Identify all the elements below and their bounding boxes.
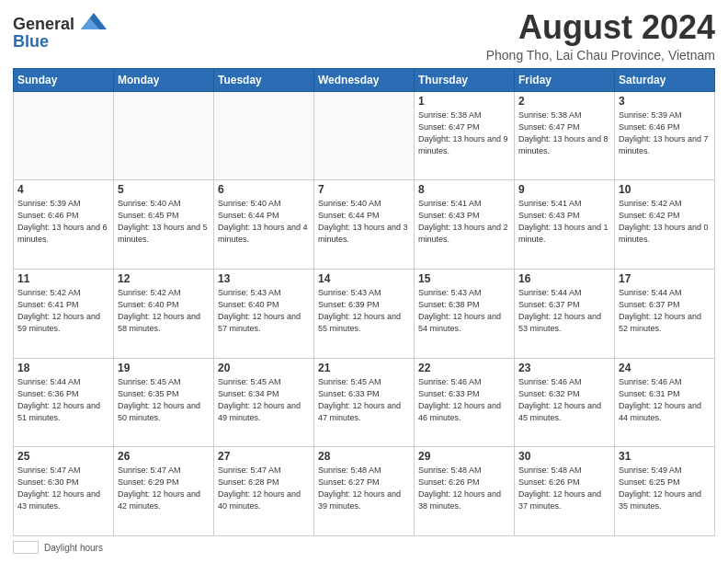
day-number: 4 xyxy=(17,183,109,196)
day-number: 20 xyxy=(218,362,310,374)
day-info: Sunrise: 5:49 AM Sunset: 6:25 PM Dayligh… xyxy=(619,465,711,512)
calendar-cell: 25Sunrise: 5:47 AM Sunset: 6:30 PM Dayli… xyxy=(14,447,114,536)
col-sunday: Sunday xyxy=(14,68,114,91)
day-number: 14 xyxy=(318,272,410,285)
calendar-cell: 30Sunrise: 5:48 AM Sunset: 6:26 PM Dayli… xyxy=(515,447,615,536)
logo-blue: Blue xyxy=(13,33,49,50)
day-number: 19 xyxy=(118,362,210,374)
calendar-week-4: 18Sunrise: 5:44 AM Sunset: 6:36 PM Dayli… xyxy=(14,358,715,447)
calendar-week-3: 11Sunrise: 5:42 AM Sunset: 6:41 PM Dayli… xyxy=(14,269,715,358)
calendar-cell xyxy=(114,91,214,180)
col-monday: Monday xyxy=(114,68,214,91)
day-info: Sunrise: 5:40 AM Sunset: 6:44 PM Dayligh… xyxy=(318,198,410,246)
day-number: 28 xyxy=(318,450,410,463)
calendar-cell: 15Sunrise: 5:43 AM Sunset: 6:38 PM Dayli… xyxy=(415,269,515,358)
day-number: 1 xyxy=(418,95,510,108)
day-number: 12 xyxy=(118,272,210,285)
calendar-week-1: 1Sunrise: 5:38 AM Sunset: 6:47 PM Daylig… xyxy=(14,91,715,180)
day-info: Sunrise: 5:48 AM Sunset: 6:27 PM Dayligh… xyxy=(318,465,410,512)
calendar-cell: 3Sunrise: 5:39 AM Sunset: 6:46 PM Daylig… xyxy=(615,91,715,180)
col-thursday: Thursday xyxy=(415,68,515,91)
day-info: Sunrise: 5:43 AM Sunset: 6:39 PM Dayligh… xyxy=(318,287,410,335)
day-number: 29 xyxy=(418,450,510,463)
calendar-cell: 24Sunrise: 5:46 AM Sunset: 6:31 PM Dayli… xyxy=(615,358,715,447)
footer-label: Daylight hours xyxy=(44,543,103,553)
day-info: Sunrise: 5:41 AM Sunset: 6:43 PM Dayligh… xyxy=(418,198,510,246)
calendar-cell: 6Sunrise: 5:40 AM Sunset: 6:44 PM Daylig… xyxy=(214,180,314,270)
day-info: Sunrise: 5:44 AM Sunset: 6:37 PM Dayligh… xyxy=(518,287,610,335)
day-number: 9 xyxy=(518,183,610,196)
day-info: Sunrise: 5:48 AM Sunset: 6:26 PM Dayligh… xyxy=(418,465,510,512)
day-info: Sunrise: 5:48 AM Sunset: 6:26 PM Dayligh… xyxy=(518,465,610,512)
day-number: 13 xyxy=(218,272,310,285)
calendar-week-5: 25Sunrise: 5:47 AM Sunset: 6:30 PM Dayli… xyxy=(14,447,715,536)
day-info: Sunrise: 5:43 AM Sunset: 6:38 PM Dayligh… xyxy=(418,287,510,335)
month-title: August 2024 xyxy=(486,9,715,46)
calendar-week-2: 4Sunrise: 5:39 AM Sunset: 6:46 PM Daylig… xyxy=(14,180,715,270)
calendar-cell: 2Sunrise: 5:38 AM Sunset: 6:47 PM Daylig… xyxy=(515,91,615,180)
calendar-cell: 12Sunrise: 5:42 AM Sunset: 6:40 PM Dayli… xyxy=(114,269,214,358)
day-info: Sunrise: 5:39 AM Sunset: 6:46 PM Dayligh… xyxy=(17,198,109,246)
day-info: Sunrise: 5:46 AM Sunset: 6:32 PM Dayligh… xyxy=(518,376,610,424)
logo-icon xyxy=(81,13,107,29)
calendar-cell: 18Sunrise: 5:44 AM Sunset: 6:36 PM Dayli… xyxy=(14,358,114,447)
day-number: 15 xyxy=(418,272,510,285)
day-info: Sunrise: 5:38 AM Sunset: 6:47 PM Dayligh… xyxy=(518,109,610,157)
calendar-cell: 9Sunrise: 5:41 AM Sunset: 6:43 PM Daylig… xyxy=(515,180,615,270)
calendar-cell: 5Sunrise: 5:40 AM Sunset: 6:45 PM Daylig… xyxy=(114,180,214,270)
day-info: Sunrise: 5:47 AM Sunset: 6:29 PM Dayligh… xyxy=(118,465,210,512)
day-number: 17 xyxy=(619,272,711,285)
day-info: Sunrise: 5:42 AM Sunset: 6:42 PM Dayligh… xyxy=(619,198,711,246)
day-number: 7 xyxy=(318,183,410,196)
day-number: 27 xyxy=(218,450,310,463)
day-number: 16 xyxy=(518,272,610,285)
logo-text: General xyxy=(13,13,107,33)
day-number: 3 xyxy=(619,95,711,108)
subtitle: Phong Tho, Lai Chau Province, Vietnam xyxy=(486,48,715,63)
calendar-cell: 10Sunrise: 5:42 AM Sunset: 6:42 PM Dayli… xyxy=(615,180,715,270)
day-info: Sunrise: 5:39 AM Sunset: 6:46 PM Dayligh… xyxy=(619,109,711,157)
page: General Blue August 2024 Phong Tho, Lai … xyxy=(0,0,728,563)
calendar-cell: 1Sunrise: 5:38 AM Sunset: 6:47 PM Daylig… xyxy=(415,91,515,180)
col-tuesday: Tuesday xyxy=(214,68,314,91)
day-info: Sunrise: 5:42 AM Sunset: 6:41 PM Dayligh… xyxy=(17,287,109,335)
day-number: 21 xyxy=(318,362,410,374)
calendar-header-row: Sunday Monday Tuesday Wednesday Thursday… xyxy=(14,68,715,91)
day-info: Sunrise: 5:40 AM Sunset: 6:44 PM Dayligh… xyxy=(218,198,310,246)
day-info: Sunrise: 5:46 AM Sunset: 6:33 PM Dayligh… xyxy=(418,376,510,424)
day-info: Sunrise: 5:45 AM Sunset: 6:34 PM Dayligh… xyxy=(218,376,310,424)
day-info: Sunrise: 5:45 AM Sunset: 6:35 PM Dayligh… xyxy=(118,376,210,424)
day-number: 2 xyxy=(518,95,610,108)
col-wednesday: Wednesday xyxy=(314,68,415,91)
day-number: 22 xyxy=(418,362,510,374)
day-info: Sunrise: 5:41 AM Sunset: 6:43 PM Dayligh… xyxy=(518,198,610,246)
calendar-cell: 22Sunrise: 5:46 AM Sunset: 6:33 PM Dayli… xyxy=(415,358,515,447)
header: General Blue August 2024 Phong Tho, Lai … xyxy=(13,9,715,63)
calendar-cell: 20Sunrise: 5:45 AM Sunset: 6:34 PM Dayli… xyxy=(214,358,314,447)
day-number: 10 xyxy=(619,183,711,196)
day-number: 8 xyxy=(418,183,510,196)
calendar-cell: 28Sunrise: 5:48 AM Sunset: 6:27 PM Dayli… xyxy=(314,447,415,536)
day-number: 24 xyxy=(619,362,711,374)
calendar-cell xyxy=(214,91,314,180)
day-info: Sunrise: 5:47 AM Sunset: 6:28 PM Dayligh… xyxy=(218,465,310,512)
logo-general: General xyxy=(13,15,74,33)
logo: General Blue xyxy=(13,13,107,50)
day-info: Sunrise: 5:42 AM Sunset: 6:40 PM Dayligh… xyxy=(118,287,210,335)
calendar-cell: 26Sunrise: 5:47 AM Sunset: 6:29 PM Dayli… xyxy=(114,447,214,536)
col-friday: Friday xyxy=(515,68,615,91)
day-number: 23 xyxy=(518,362,610,374)
calendar-cell: 19Sunrise: 5:45 AM Sunset: 6:35 PM Dayli… xyxy=(114,358,214,447)
calendar-cell: 23Sunrise: 5:46 AM Sunset: 6:32 PM Dayli… xyxy=(515,358,615,447)
day-number: 6 xyxy=(218,183,310,196)
day-info: Sunrise: 5:46 AM Sunset: 6:31 PM Dayligh… xyxy=(619,376,711,424)
col-saturday: Saturday xyxy=(615,68,715,91)
day-info: Sunrise: 5:47 AM Sunset: 6:30 PM Dayligh… xyxy=(17,465,109,512)
title-area: August 2024 Phong Tho, Lai Chau Province… xyxy=(486,9,715,63)
calendar: Sunday Monday Tuesday Wednesday Thursday… xyxy=(13,68,715,536)
calendar-cell: 7Sunrise: 5:40 AM Sunset: 6:44 PM Daylig… xyxy=(314,180,415,270)
footer: Daylight hours xyxy=(13,541,715,554)
calendar-cell: 27Sunrise: 5:47 AM Sunset: 6:28 PM Dayli… xyxy=(214,447,314,536)
calendar-cell: 11Sunrise: 5:42 AM Sunset: 6:41 PM Dayli… xyxy=(14,269,114,358)
calendar-cell: 29Sunrise: 5:48 AM Sunset: 6:26 PM Dayli… xyxy=(415,447,515,536)
